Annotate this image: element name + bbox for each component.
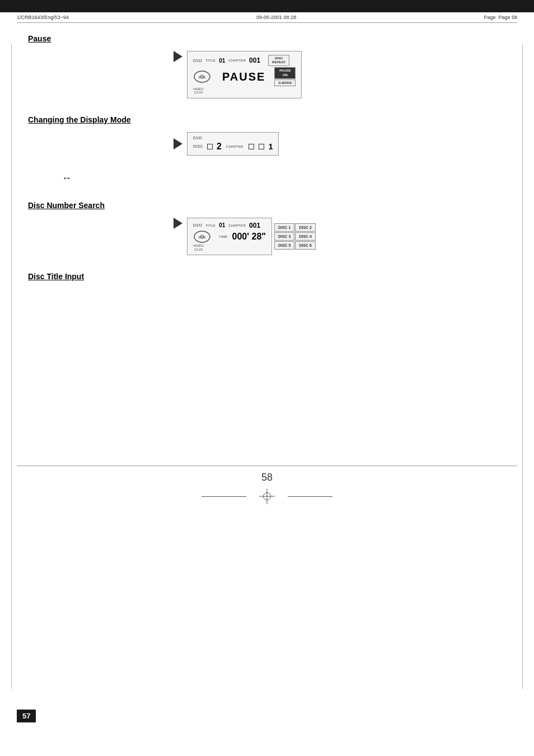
pause-chapter-label: CHAPTER xyxy=(228,59,246,62)
disc-cell-6[interactable]: DISC 6 xyxy=(295,241,316,250)
dvd-logo: DVD xyxy=(193,71,211,83)
print-page-num: Page 58 xyxy=(498,15,517,20)
crosshair-left-line xyxy=(202,496,246,497)
disc-number-search-section: Disc Number Search DVD TITLE 01 CHAPTER … xyxy=(28,201,506,255)
dm-disc-value: 2 xyxy=(217,142,222,152)
ds-chapter-value: 001 xyxy=(249,222,260,229)
bottom-page-number: 58 xyxy=(0,466,534,489)
page-number-box: 57 xyxy=(17,710,36,722)
disc-cell-2[interactable]: DISC 2 xyxy=(295,223,316,232)
pause-top-row: DVD TITLE 01 CHAPTER 001 DISC REPEAT xyxy=(193,55,296,66)
disc-title-input-section: Disc Title Input xyxy=(28,272,506,281)
pause-video-label: VIDEO 12:23 xyxy=(193,87,204,95)
disc-search-bottom-row: VIDEO 12:23 xyxy=(193,244,266,251)
pause-on-box: PAUSE ON xyxy=(274,67,296,78)
disc-search-display-panel: DVD TITLE 01 CHAPTER 001 DVD xyxy=(187,218,272,255)
pause-right-status: PAUSE ON D.MODE xyxy=(274,67,296,86)
content-spacer xyxy=(0,309,534,466)
pause-main-text: PAUSE xyxy=(222,71,265,83)
pause-title-value: 01 xyxy=(219,58,225,64)
page-word: age xyxy=(487,15,495,20)
svg-text:DVD: DVD xyxy=(199,76,206,79)
dm-disc-label: DISC xyxy=(193,144,203,148)
header-bar xyxy=(0,0,534,12)
dm-dvd-label: DVD xyxy=(193,136,202,140)
print-info: 1/CRB1643/Eng/53~94 09-05-2001 08:28 Pag… xyxy=(0,12,534,22)
play-triangle-icon-2 xyxy=(174,138,182,149)
display-mode-heading: Changing the Display Mode xyxy=(28,115,506,124)
ds-dvd-logo: DVD xyxy=(193,231,211,243)
disc-cell-4[interactable]: DISC 4 xyxy=(295,232,316,241)
display-mode-main: DISC 2 CHAPTER 1 xyxy=(193,142,273,152)
ds-title-label: TITLE xyxy=(205,224,216,227)
disc-search-panel-wrapper: DVD TITLE 01 CHAPTER 001 DVD xyxy=(187,218,272,255)
dm-chapter-label: CHAPTER xyxy=(226,145,243,148)
d-mode-box: D.MODE xyxy=(274,79,296,86)
pause-section: Pause DVD TITLE 01 CHAPTER 001 DISC REPE… xyxy=(28,34,506,98)
display-mode-top: DVD xyxy=(193,136,273,140)
ds-title-value: 01 xyxy=(219,222,225,228)
ds-time-label: TIME xyxy=(219,235,228,238)
double-arrow-icon: ↔ xyxy=(62,172,506,184)
pause-chapter-value: 001 xyxy=(249,57,260,64)
pause-middle-row: DVD PAUSE PAUSE ON D.MODE xyxy=(193,67,296,86)
display-mode-panel: DVD DISC 2 CHAPTER 1 xyxy=(187,132,279,156)
disc-search-middle-row: DVD TIME 000' 28" xyxy=(193,231,266,243)
ds-chapter-label: CHAPTER xyxy=(228,224,246,227)
chapter-square-icon-2 xyxy=(259,144,264,149)
pause-dvd-label: DVD xyxy=(193,59,202,63)
pause-bottom-row: VIDEO 12:23 xyxy=(193,87,296,95)
pause-display-panel: DVD TITLE 01 CHAPTER 001 DISC REPEAT xyxy=(187,51,302,98)
dvd-disc-graphic: DVD xyxy=(193,71,211,83)
chapter-square-icon-1 xyxy=(249,144,254,149)
crosshair-circle-icon xyxy=(263,492,271,500)
display-mode-layout: DVD DISC 2 CHAPTER 1 xyxy=(174,132,506,156)
main-content: Pause DVD TITLE 01 CHAPTER 001 DISC REPE… xyxy=(0,23,534,309)
print-info-left: 1/CRB1643/Eng/53~94 xyxy=(17,15,69,20)
bottom-crosshair xyxy=(0,489,534,504)
display-mode-section: Changing the Display Mode DVD DISC 2 CHA… xyxy=(28,115,506,184)
pause-status-col: DISC REPEAT xyxy=(268,55,289,66)
disc-cell-1[interactable]: DISC 1 xyxy=(274,223,295,232)
crosshair-right-line xyxy=(288,496,332,497)
pause-heading: Pause xyxy=(28,34,506,43)
ds-video-label: VIDEO 12:23 xyxy=(193,244,204,251)
ds-dvd-label: DVD xyxy=(193,223,202,227)
disc-grid: DISC 1 DISC 2 DISC 3 DISC 4 DISC 5 DISC … xyxy=(274,223,316,250)
disc-repeat-box: DISC REPEAT xyxy=(268,55,289,66)
play-triangle-icon xyxy=(174,51,182,62)
dm-chapter-num: 1 xyxy=(269,142,273,151)
pause-display-layout: DVD TITLE 01 CHAPTER 001 DISC REPEAT xyxy=(174,51,506,98)
disc-title-input-heading: Disc Title Input xyxy=(28,272,506,281)
disc-square-icon xyxy=(207,144,213,149)
disc-cell-3[interactable]: DISC 3 xyxy=(274,232,295,241)
disc-search-top-row: DVD TITLE 01 CHAPTER 001 xyxy=(193,222,266,229)
print-info-right: Page Page 58 xyxy=(484,15,517,20)
disc-search-layout: DVD TITLE 01 CHAPTER 001 DVD xyxy=(174,218,506,255)
disc-search-heading: Disc Number Search xyxy=(28,201,506,210)
print-info-center: 09-05-2001 08:28 xyxy=(256,15,296,20)
disc-cell-5[interactable]: DISC 5 xyxy=(274,241,295,250)
svg-text:DVD: DVD xyxy=(199,236,206,239)
play-triangle-icon-3 xyxy=(174,218,182,229)
ds-time-value: 000' 28" xyxy=(232,232,266,242)
pause-title-label: TITLE xyxy=(205,59,216,62)
